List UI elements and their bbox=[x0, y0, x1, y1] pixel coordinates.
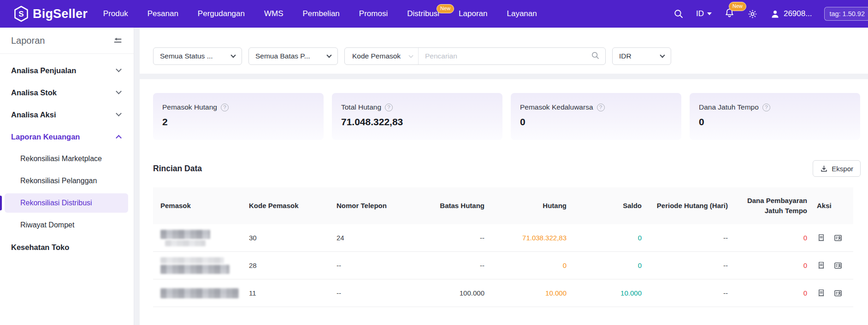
chevron-down-icon bbox=[116, 110, 122, 116]
main-area: Semua Status ... Semua Batas P... Kode P… bbox=[134, 28, 868, 325]
help-icon[interactable]: ? bbox=[221, 104, 229, 111]
filter-bar: Semua Status ... Semua Batas P... Kode P… bbox=[140, 28, 868, 74]
user-account[interactable]: 26908... bbox=[770, 9, 812, 19]
contact-card-icon[interactable] bbox=[833, 233, 843, 243]
col-nomor-telepon: Nomor Telepon bbox=[329, 201, 417, 211]
bigseller-logo[interactable]: S BigSeller bbox=[14, 6, 88, 22]
section-title: Rincian Data bbox=[153, 164, 202, 174]
status-filter-dropdown[interactable]: Semua Status ... bbox=[153, 47, 242, 65]
export-button[interactable]: Ekspor bbox=[813, 160, 861, 177]
menu-item-promosi[interactable]: Promosi bbox=[359, 0, 388, 28]
stat-value: 71.048.322,83 bbox=[341, 116, 493, 128]
menu-item-pesanan[interactable]: Pesanan bbox=[148, 0, 178, 28]
download-icon bbox=[820, 165, 828, 173]
receipt-icon[interactable] bbox=[817, 261, 826, 270]
contact-card-icon[interactable] bbox=[833, 261, 843, 270]
stat-value: 2 bbox=[162, 116, 314, 128]
search-type-select[interactable]: Kode Pemasok bbox=[345, 48, 419, 64]
menu-item-produk[interactable]: Produk bbox=[103, 0, 128, 28]
search-icon[interactable] bbox=[673, 9, 684, 19]
col-hutang: Hutang bbox=[484, 201, 567, 211]
receipt-icon[interactable] bbox=[817, 233, 826, 242]
sidebar-item-analisa-stok[interactable]: Analisa Stok bbox=[0, 81, 134, 104]
menu-item-layanan[interactable]: Layanan bbox=[507, 0, 537, 28]
col-dana-pembayaran: Dana Pembayaran Jatuh Tempo bbox=[728, 196, 807, 216]
chevron-down-icon bbox=[116, 88, 122, 94]
col-kode-pemasok: Kode Pemasok bbox=[242, 201, 329, 211]
chevron-down-icon bbox=[326, 52, 331, 58]
stat-label: Total Hutang bbox=[341, 103, 381, 111]
sidebar: Laporan Analisa Penjualan Analisa Stok bbox=[0, 28, 134, 325]
sidebar-title: Laporan bbox=[11, 35, 45, 46]
user-icon bbox=[770, 9, 780, 19]
stat-card-dana-jatuh-tempo: Dana Jatuh Tempo ? 0 bbox=[690, 93, 860, 140]
limit-filter-dropdown[interactable]: Semua Batas P... bbox=[248, 47, 338, 65]
chevron-down-icon bbox=[660, 52, 665, 58]
help-icon[interactable]: ? bbox=[597, 104, 605, 111]
stat-value: 0 bbox=[520, 116, 672, 128]
stat-card-total-hutang: Total Hutang ? 71.048.322,83 bbox=[332, 93, 502, 140]
currency-dropdown[interactable]: IDR bbox=[612, 47, 671, 65]
chevron-down-icon bbox=[409, 53, 413, 58]
help-icon[interactable]: ? bbox=[762, 104, 770, 111]
brand-name: BigSeller bbox=[33, 7, 88, 21]
notification-new-badge: New bbox=[729, 2, 746, 11]
bigseller-app: S BigSeller Produk Pesanan Pergudangan W… bbox=[0, 0, 868, 325]
supplier-name-blurred bbox=[153, 288, 242, 298]
stat-card-pemasok-hutang: Pemasok Hutang ? 2 bbox=[153, 93, 324, 140]
stat-label: Pemasok Kedaluwarsa bbox=[520, 103, 593, 111]
supplier-name-blurred bbox=[153, 230, 242, 246]
gear-icon[interactable] bbox=[747, 9, 758, 19]
search-icon[interactable] bbox=[591, 51, 600, 62]
language-selector[interactable]: ID bbox=[696, 9, 712, 18]
stat-label: Dana Jatuh Tempo bbox=[699, 103, 759, 111]
collapse-sidebar-icon[interactable] bbox=[113, 36, 123, 46]
menu-item-pembelian[interactable]: Pembelian bbox=[303, 0, 340, 28]
menu-item-laporan[interactable]: Laporan bbox=[459, 0, 487, 28]
menu-item-wms[interactable]: WMS bbox=[264, 0, 283, 28]
content-panel: Pemasok Hutang ? 2 Total Hutang ? 71.048… bbox=[140, 79, 868, 325]
sidebar-item-riwayat-dompet[interactable]: Riwayat Dompet bbox=[0, 214, 134, 236]
data-table: Pemasok Kode Pemasok Nomor Telepon Batas… bbox=[153, 187, 853, 307]
new-badge: New bbox=[437, 4, 454, 13]
table-row: 30 24 -- 71.038.322,83 0 -- 0 bbox=[153, 224, 853, 252]
active-item-bar bbox=[0, 196, 2, 210]
col-saldo: Saldo bbox=[567, 201, 642, 211]
menu-item-distribusi[interactable]: Distribusi New bbox=[407, 0, 439, 28]
col-batas-hutang: Batas Hutang bbox=[417, 201, 484, 211]
svg-text:S: S bbox=[18, 10, 24, 18]
sidebar-item-rekonsiliasi-pelanggan[interactable]: Rekonsiliasi Pelanggan bbox=[0, 170, 134, 192]
search-input[interactable] bbox=[419, 48, 591, 64]
sidebar-item-laporan-keuangan[interactable]: Laporan Keuangan bbox=[0, 126, 134, 148]
chevron-down-icon bbox=[230, 52, 236, 58]
sidebar-item-analisa-penjualan[interactable]: Analisa Penjualan bbox=[0, 59, 134, 81]
bigseller-logo-icon: S bbox=[14, 6, 29, 22]
sidebar-item-analisa-aksi[interactable]: Analisa Aksi bbox=[0, 104, 134, 126]
menu-item-pergudangan[interactable]: Pergudangan bbox=[198, 0, 245, 28]
stat-card-pemasok-kedaluwarsa: Pemasok Kedaluwarsa ? 0 bbox=[511, 93, 681, 140]
main-menu: Produk Pesanan Pergudangan WMS Pembelian… bbox=[103, 0, 537, 28]
notifications-bell[interactable]: New bbox=[724, 7, 735, 20]
table-row: 11 -- 100.000 10.000 10.000 -- 0 bbox=[153, 279, 853, 307]
supplier-name-blurred bbox=[153, 257, 242, 274]
col-periode-hutang: Periode Hutang (Hari) bbox=[642, 201, 728, 211]
sidebar-item-rekonsiliasi-marketplace[interactable]: Rekonsiliasi Marketplace bbox=[0, 148, 134, 170]
search-combo: Kode Pemasok bbox=[344, 47, 606, 65]
contact-card-icon[interactable] bbox=[833, 289, 843, 298]
chevron-down-icon bbox=[116, 66, 122, 72]
stat-value: 0 bbox=[699, 116, 851, 128]
col-aksi: Aksi bbox=[807, 201, 853, 211]
sidebar-item-kesehatan-toko[interactable]: Kesehatan Toko bbox=[0, 236, 134, 258]
version-tag: tag: 1.50.92 bbox=[824, 7, 868, 21]
col-pemasok: Pemasok bbox=[153, 201, 242, 211]
stat-label: Pemasok Hutang bbox=[162, 103, 217, 111]
caret-down-icon bbox=[707, 12, 712, 15]
table-header: Pemasok Kode Pemasok Nomor Telepon Batas… bbox=[153, 187, 853, 224]
navbar-right: ID New 26908... bbox=[673, 7, 868, 21]
receipt-icon[interactable] bbox=[817, 289, 826, 297]
help-icon[interactable]: ? bbox=[385, 104, 393, 111]
stat-cards: Pemasok Hutang ? 2 Total Hutang ? 71.048… bbox=[153, 93, 861, 140]
sidebar-item-rekonsiliasi-distribusi[interactable]: Rekonsiliasi Distribusi bbox=[0, 192, 134, 214]
chevron-up-icon bbox=[116, 135, 122, 141]
top-navbar: S BigSeller Produk Pesanan Pergudangan W… bbox=[0, 0, 868, 28]
